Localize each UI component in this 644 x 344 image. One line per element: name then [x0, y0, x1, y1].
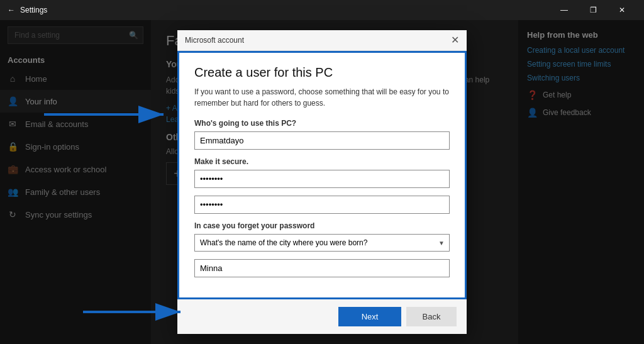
arrow-left	[38, 96, 176, 133]
security-question-select[interactable]: What's the name of the city where you we…	[194, 234, 450, 252]
modal-overlay: Microsoft account ✕ Create a user for th…	[0, 20, 644, 344]
hint-label: In case you forget your password	[194, 221, 450, 230]
dialog-title: Microsoft account	[185, 36, 244, 45]
next-button[interactable]: Next	[338, 307, 401, 326]
app-title: Settings	[20, 6, 47, 14]
back-nav-icon[interactable]: ←	[8, 6, 15, 14]
back-button[interactable]: Back	[406, 307, 457, 326]
dialog-body: Create a user for this PC If you want to…	[177, 51, 467, 299]
confirm-password-input[interactable]	[194, 196, 450, 214]
security-question-wrapper: What's the name of the city where you we…	[194, 234, 450, 252]
username-input[interactable]	[194, 131, 450, 150]
dialog-footer: Next Back	[177, 299, 467, 334]
title-bar: ← Settings — ❐ ✕	[0, 0, 644, 20]
close-button[interactable]: ✕	[608, 0, 636, 20]
make-secure-label: Make it secure.	[194, 157, 450, 166]
who-label: Who's going to use this PC?	[194, 119, 450, 128]
microsoft-account-dialog: Microsoft account ✕ Create a user for th…	[177, 30, 467, 334]
dialog-description: If you want to use a password, choose so…	[194, 86, 450, 109]
minimize-button[interactable]: —	[550, 0, 579, 20]
arrow-next	[77, 296, 190, 328]
password-input[interactable]	[194, 170, 450, 188]
restore-button[interactable]: ❐	[579, 0, 608, 20]
dialog-titlebar: Microsoft account ✕	[177, 30, 467, 51]
dialog-heading: Create a user for this PC	[194, 65, 450, 80]
dialog-close-button[interactable]: ✕	[451, 35, 459, 45]
security-answer-input[interactable]	[194, 259, 450, 277]
